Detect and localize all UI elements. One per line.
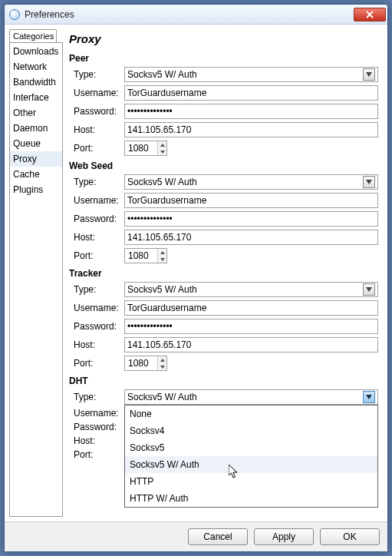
sidebar: Categories Downloads Network Bandwidth I…: [9, 29, 63, 517]
sidebar-item-proxy[interactable]: Proxy: [10, 151, 62, 167]
section-title-webseed: Web Seed: [69, 161, 380, 171]
sidebar-item-other[interactable]: Other: [10, 105, 62, 121]
peer-type-select[interactable]: Socksv5 W/ Auth: [124, 67, 378, 82]
tracker-password-input[interactable]: [124, 319, 378, 334]
dialog-body: Categories Downloads Network Bandwidth I…: [5, 25, 387, 521]
dht-option-socksv5[interactable]: Socksv5: [125, 439, 377, 456]
sidebar-item-bandwidth[interactable]: Bandwidth: [10, 74, 62, 90]
peer-port-spinner[interactable]: [124, 141, 167, 156]
sidebar-item-cache[interactable]: Cache: [10, 167, 62, 182]
chevron-down-icon: [363, 391, 375, 403]
spin-down-icon[interactable]: [158, 363, 166, 370]
label-type: Type:: [69, 65, 123, 84]
app-icon: [9, 9, 20, 20]
apply-button[interactable]: Apply: [254, 528, 314, 545]
close-button[interactable]: [354, 8, 386, 22]
peer-host-input[interactable]: [124, 122, 378, 137]
dht-type-select[interactable]: Socksv5 W/ Auth None Socksv4 Socksv5 Soc…: [124, 389, 378, 405]
chevron-down-icon: [363, 176, 375, 188]
dialog-footer: Cancel Apply OK: [5, 521, 387, 551]
spin-down-icon[interactable]: [158, 148, 166, 155]
tracker-type-select[interactable]: Socksv5 W/ Auth: [124, 282, 378, 297]
peer-username-input[interactable]: [124, 85, 378, 101]
sidebar-item-daemon[interactable]: Daemon: [10, 121, 62, 136]
sidebar-item-downloads[interactable]: Downloads: [10, 44, 62, 59]
section-title-dht: DHT: [69, 376, 380, 386]
spin-up-icon[interactable]: [158, 141, 166, 148]
form-tracker: Type: Socksv5 W/ Auth Username: Password…: [69, 280, 380, 372]
spin-up-icon[interactable]: [158, 356, 166, 363]
dht-type-dropdown: None Socksv4 Socksv5 Socksv5 W/ Auth HTT…: [124, 405, 378, 508]
sidebar-item-plugins[interactable]: Plugins: [10, 182, 62, 197]
preferences-window: Preferences Categories Downloads Network…: [4, 4, 388, 552]
form-webseed: Type: Socksv5 W/ Auth Username: Password…: [69, 173, 380, 265]
tracker-type-value: Socksv5 W/ Auth: [127, 284, 197, 295]
ok-button[interactable]: OK: [320, 528, 380, 545]
dht-option-socksv5auth[interactable]: Socksv5 W/ Auth: [125, 456, 377, 473]
webseed-port-value[interactable]: [125, 249, 157, 263]
webseed-username-input[interactable]: [124, 193, 378, 208]
peer-type-value: Socksv5 W/ Auth: [127, 69, 197, 80]
sidebar-list: Downloads Network Bandwidth Interface Ot…: [9, 42, 63, 517]
webseed-host-input[interactable]: [124, 230, 378, 245]
peer-password-input[interactable]: [124, 104, 378, 119]
dht-option-httpauth[interactable]: HTTP W/ Auth: [125, 490, 377, 507]
sidebar-item-interface[interactable]: Interface: [10, 90, 62, 105]
tracker-port-spinner[interactable]: [124, 356, 167, 371]
form-peer: Type: Socksv5 W/ Auth Username: Password…: [69, 65, 380, 157]
dht-option-none[interactable]: None: [125, 405, 377, 422]
tracker-host-input[interactable]: [124, 337, 378, 352]
label-password: Password:: [69, 102, 123, 121]
section-title-tracker: Tracker: [69, 268, 380, 279]
close-icon: [366, 11, 374, 18]
label-port: Port:: [69, 139, 123, 157]
chevron-down-icon: [363, 283, 375, 296]
webseed-type-select[interactable]: Socksv5 W/ Auth: [124, 174, 378, 190]
webseed-type-value: Socksv5 W/ Auth: [127, 177, 197, 187]
spin-down-icon[interactable]: [158, 256, 166, 263]
webseed-password-input[interactable]: [124, 211, 378, 227]
sidebar-item-network[interactable]: Network: [10, 59, 62, 74]
peer-port-value[interactable]: [125, 141, 157, 155]
titlebar: Preferences: [5, 5, 387, 25]
dht-type-value: Socksv5 W/ Auth: [127, 392, 197, 402]
dht-option-socksv4[interactable]: Socksv4: [125, 422, 377, 439]
tracker-port-value[interactable]: [125, 356, 157, 370]
spin-up-icon[interactable]: [158, 249, 166, 256]
sidebar-heading: Categories: [9, 29, 57, 42]
label-username: Username:: [69, 84, 123, 102]
dht-option-http[interactable]: HTTP: [125, 473, 377, 490]
section-title-peer: Peer: [69, 53, 380, 64]
chevron-down-icon: [363, 68, 375, 81]
panel-title: Proxy: [69, 32, 380, 45]
content-panel: Proxy Peer Type: Socksv5 W/ Auth Usernam…: [66, 29, 383, 517]
webseed-port-spinner[interactable]: [124, 248, 167, 263]
window-title: Preferences: [25, 9, 354, 20]
cancel-button[interactable]: Cancel: [188, 528, 248, 545]
sidebar-item-queue[interactable]: Queue: [10, 136, 62, 151]
form-dht: Type: Socksv5 W/ Auth None Socksv4 Socks…: [69, 388, 380, 462]
tracker-username-input[interactable]: [124, 300, 378, 316]
label-host: Host:: [69, 121, 123, 139]
